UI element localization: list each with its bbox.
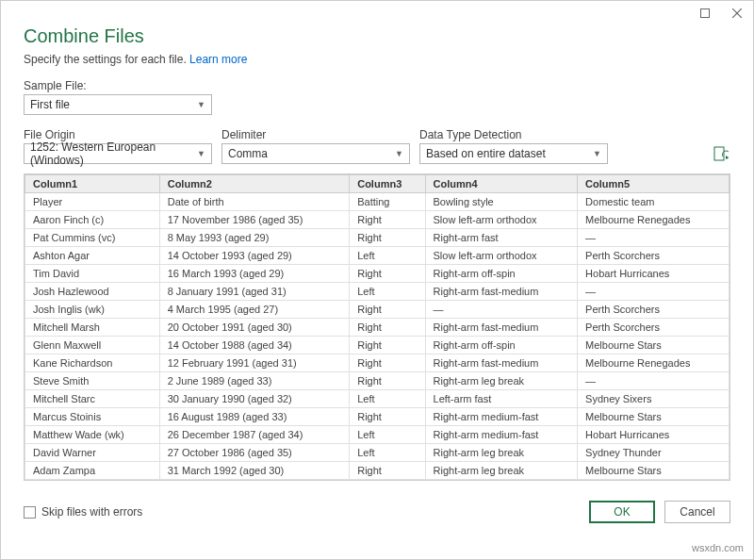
table-row: Mitchell Marsh20 October 1991 (aged 30)R… — [25, 319, 729, 337]
maximize-button[interactable] — [689, 1, 721, 25]
table-cell: Right-arm off-spin — [425, 337, 578, 354]
close-button[interactable] — [721, 1, 753, 25]
table-cell: Right-arm off-spin — [425, 265, 578, 283]
delimiter-value: Comma — [228, 147, 268, 160]
table-cell: Left — [350, 426, 425, 444]
table-cell: Date of birth — [159, 193, 350, 211]
table-cell: Melbourne Renegades — [578, 354, 729, 372]
table-row: David Warner27 October 1986 (aged 35)Lef… — [25, 444, 729, 462]
table-cell: 14 October 1993 (aged 29) — [159, 247, 350, 265]
chevron-down-icon: ▼ — [593, 149, 601, 158]
table-cell: Glenn Maxwell — [25, 337, 160, 354]
column-header[interactable]: Column1 — [25, 175, 160, 193]
window-titlebar — [1, 1, 753, 25]
datatype-dropdown[interactable]: Based on entire dataset ▼ — [419, 143, 608, 164]
table-cell: — — [578, 283, 729, 301]
table-cell: — — [425, 301, 578, 319]
table-row: Pat Cummins (vc)8 May 1993 (aged 29)Righ… — [25, 229, 729, 247]
table-cell: 26 December 1987 (aged 34) — [159, 426, 350, 444]
table-row: Josh Hazlewood8 January 1991 (aged 31)Le… — [25, 283, 729, 301]
table-cell: Bowling style — [425, 193, 578, 211]
sample-file-dropdown[interactable]: First file ▼ — [24, 94, 212, 115]
table-cell: Right-arm fast-medium — [425, 354, 578, 372]
sample-file-label: Sample File: — [24, 79, 730, 92]
table-cell: Left — [350, 390, 425, 408]
preview-table: Column1Column2Column3Column4Column5 Play… — [24, 173, 730, 481]
table-cell: Mitchell Starc — [25, 390, 160, 408]
skip-files-label: Skip files with errors — [41, 505, 142, 519]
table-cell: 2 June 1989 (aged 33) — [159, 372, 350, 390]
checkbox-icon — [24, 506, 36, 519]
table-cell: Right — [350, 408, 425, 426]
table-cell: 8 May 1993 (aged 29) — [159, 229, 350, 247]
table-cell: Right — [350, 337, 425, 354]
table-cell: 17 November 1986 (aged 35) — [159, 211, 350, 229]
table-cell: — — [578, 229, 729, 247]
table-cell: David Warner — [25, 444, 160, 462]
table-row: Glenn Maxwell14 October 1988 (aged 34)Ri… — [25, 337, 729, 354]
table-cell: 12 February 1991 (aged 31) — [159, 354, 350, 372]
table-cell: Melbourne Renegades — [578, 211, 729, 229]
table-cell: Right — [350, 211, 425, 229]
table-cell: Right-arm leg break — [425, 462, 578, 480]
watermark: wsxdn.com — [692, 542, 744, 553]
table-cell: Hobart Hurricanes — [578, 265, 729, 283]
table-cell: Right-arm medium-fast — [425, 408, 578, 426]
column-header[interactable]: Column3 — [350, 175, 425, 193]
table-row: Aaron Finch (c)17 November 1986 (aged 35… — [25, 211, 729, 229]
table-cell: Hobart Hurricanes — [578, 426, 729, 444]
table-cell: Adam Zampa — [25, 462, 160, 480]
table-cell: Right-arm fast-medium — [425, 283, 578, 301]
file-origin-dropdown[interactable]: 1252: Western European (Windows) ▼ — [24, 143, 212, 164]
column-header[interactable]: Column5 — [578, 175, 729, 193]
file-origin-value: 1252: Western European (Windows) — [30, 140, 197, 167]
table-cell: 31 March 1992 (aged 30) — [159, 462, 350, 480]
table-cell: Melbourne Stars — [578, 462, 729, 480]
table-cell: Right — [350, 319, 425, 337]
table-cell: 20 October 1991 (aged 30) — [159, 319, 350, 337]
column-header[interactable]: Column4 — [425, 175, 578, 193]
table-cell: Right — [350, 354, 425, 372]
skip-files-checkbox[interactable]: Skip files with errors — [24, 505, 142, 519]
table-cell: Sydney Sixers — [578, 390, 729, 408]
datatype-value: Based on entire dataset — [426, 147, 546, 160]
sample-file-value: First file — [30, 98, 70, 111]
table-row: Josh Inglis (wk)4 March 1995 (aged 27)Ri… — [25, 301, 729, 319]
table-cell: Josh Hazlewood — [25, 283, 160, 301]
table-cell: 30 January 1990 (aged 32) — [159, 390, 350, 408]
dialog-subtitle: Specify the settings for each file. Lear… — [24, 53, 730, 66]
table-row: PlayerDate of birthBattingBowling styleD… — [25, 193, 729, 211]
table-cell: 14 October 1988 (aged 34) — [159, 337, 350, 354]
table-cell: Aaron Finch (c) — [25, 211, 160, 229]
table-cell: Right — [350, 372, 425, 390]
table-cell: Sydney Thunder — [578, 444, 729, 462]
table-cell: Right-arm medium-fast — [425, 426, 578, 444]
cancel-button[interactable]: Cancel — [664, 501, 730, 523]
table-cell: Left — [350, 444, 425, 462]
delimiter-label: Delimiter — [221, 128, 410, 141]
delimiter-dropdown[interactable]: Comma ▼ — [221, 143, 410, 164]
learn-more-link[interactable]: Learn more — [189, 53, 247, 66]
table-cell: 16 March 1993 (aged 29) — [159, 265, 350, 283]
table-cell: Player — [25, 193, 160, 211]
table-cell: Tim David — [25, 265, 160, 283]
table-cell: Right — [350, 265, 425, 283]
table-cell: 8 January 1991 (aged 31) — [159, 283, 350, 301]
table-cell: Right — [350, 229, 425, 247]
column-header[interactable]: Column2 — [159, 175, 350, 193]
table-cell: Right-arm leg break — [425, 444, 578, 462]
table-cell: Slow left-arm orthodox — [425, 211, 578, 229]
ok-button[interactable]: OK — [589, 501, 655, 523]
table-cell: Ashton Agar — [25, 247, 160, 265]
table-cell: Slow left-arm orthodox — [425, 247, 578, 265]
table-cell: Perth Scorchers — [578, 301, 729, 319]
table-cell: Perth Scorchers — [578, 247, 729, 265]
table-cell: Right — [350, 301, 425, 319]
table-cell: 27 October 1986 (aged 35) — [159, 444, 350, 462]
table-cell: Left — [350, 283, 425, 301]
table-cell: Right-arm leg break — [425, 372, 578, 390]
table-cell: 4 March 1995 (aged 27) — [159, 301, 350, 319]
table-cell: Kane Richardson — [25, 354, 160, 372]
table-cell: Right — [350, 462, 425, 480]
refresh-icon[interactable] — [712, 145, 730, 164]
